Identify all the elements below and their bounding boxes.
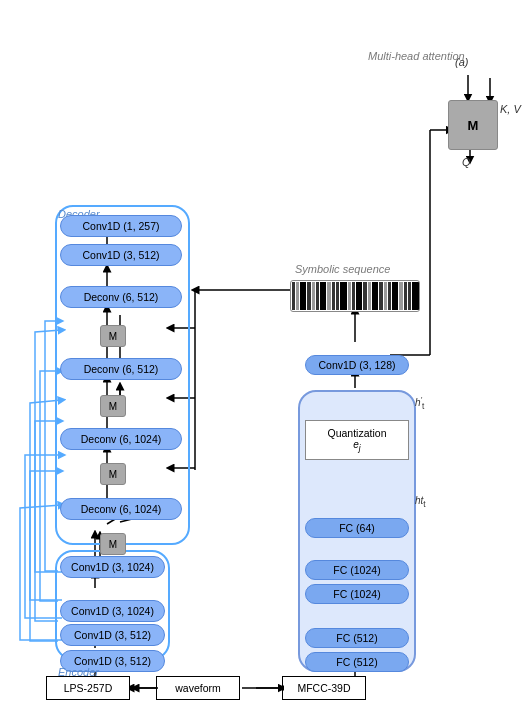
m-box-4: M [100,533,126,555]
lps-input-box: LPS-257D [46,676,130,700]
m-box-3: M [100,463,126,485]
mha-m-box: M [448,100,498,150]
enc-layer-2: Conv1D (3, 512) [60,624,165,646]
sym-fc2: FC (512) [305,628,409,648]
ht-prime-label: h′t [415,395,424,411]
mfcc-input-box: MFCC-39D [282,676,366,700]
waveform-input-box: waveform [156,676,240,700]
dec-layer-5: Deconv (6, 1024) [60,428,182,450]
multi-head-attention-label: Multi-head attention [368,50,465,62]
dec-layer-6: Deconv (6, 1024) [60,498,182,520]
sym-fc4: FC (1024) [305,560,409,580]
symbolic-sequence-label: Symbolic sequence [295,263,390,275]
dec-layer-3: Deconv (6, 512) [60,286,182,308]
sym-fc5: FC (64) [305,518,409,538]
q-label: Q [462,156,471,168]
enc-layer-4: Conv1D (3, 1024) [60,556,165,578]
a-label: (a) [455,56,468,68]
m-box-1: M [100,325,126,347]
arrow-lps-wave [130,676,160,700]
dec-layer-1: Conv1D (1, 257) [60,215,182,237]
sym-fc1: FC (512) [305,652,409,672]
m-box-2: M [100,395,126,417]
arrow-wave-mfcc [240,676,284,700]
enc-layer-3: Conv1D (3, 1024) [60,600,165,622]
dec-layer-2: Conv1D (3, 512) [60,244,182,266]
sym-fc3: FC (1024) [305,584,409,604]
dec-layer-4: Deconv (6, 512) [60,358,182,380]
diagram: Conv1D (3, 512) Conv1D (3, 512) Conv1D (… [0,0,524,716]
sym-conv: Conv1D (3, 128) [305,355,409,375]
kv-label: K, V [500,103,521,115]
quantization-box: Quantization ej [305,420,409,460]
symbolic-sequence-barcode [290,280,420,312]
ht-label: htt [415,495,426,509]
